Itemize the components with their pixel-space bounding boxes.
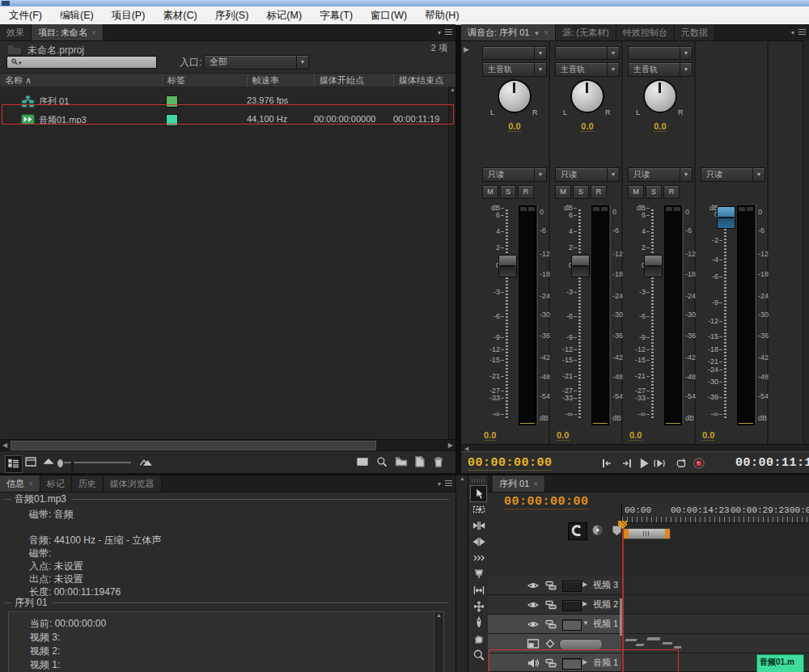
column-header[interactable]: 媒体开始点 [314,74,364,87]
expand-arrow-icon[interactable]: ▼ [582,619,589,627]
sync-lock-icon[interactable] [544,598,557,611]
pan-value[interactable]: 0.0 [626,121,694,131]
selection-tool[interactable] [470,485,487,502]
fader-handle[interactable] [717,206,735,229]
mixer-tab[interactable]: 元数据 [675,24,715,40]
new-bin-icon[interactable] [395,455,408,468]
new-item-icon[interactable] [413,455,426,468]
level-value[interactable]: 0.0 [484,430,496,440]
mixer-tab[interactable]: 特效控制台 [616,24,675,40]
menu-item[interactable]: 字幕(T) [311,6,362,24]
menu-item[interactable]: 序列(S) [206,6,258,24]
pen-tool[interactable] [471,615,486,630]
automation-dropdown[interactable]: ▼ [555,46,620,60]
work-area-bar[interactable] [623,528,671,539]
track-output-toggle[interactable] [562,658,582,670]
info-scrollbar[interactable]: ▲ [455,475,468,672]
info-tab[interactable]: 历史 [72,475,104,492]
record-arm-button[interactable]: R [663,185,680,199]
project-tab[interactable]: 项目: 未命名× [32,24,104,40]
find-icon[interactable] [375,455,388,468]
track-header[interactable]: ▶音频 1 [488,653,621,672]
output-dropdown[interactable]: 主音轨▼ [555,62,620,77]
play-in-out-icon[interactable] [653,457,666,470]
mute-button[interactable]: M [555,185,571,199]
thumbnail-size-icon[interactable] [139,455,152,468]
hand-tool[interactable] [471,631,486,646]
vertical-scrollbar[interactable]: ▲ [448,87,455,439]
table-row[interactable]: 序列 0123.976 fps [0,92,455,111]
display-style-icon[interactable] [527,637,540,650]
column-header[interactable]: 媒体结束点 [393,74,443,87]
mixer-tab[interactable]: 调音台: 序列 01▼× [461,24,556,40]
column-header[interactable]: 名称 ∧ [0,74,32,87]
sync-lock-icon[interactable] [544,618,557,631]
goto-out-icon[interactable] [621,457,633,470]
loop-icon[interactable] [675,457,688,470]
column-header[interactable]: 帧速率 [247,74,279,87]
track-output-toggle[interactable] [562,600,582,611]
fader-handle[interactable] [644,255,663,277]
track-header[interactable]: ▶视频 3 [488,576,621,595]
track-header[interactable]: ▶视频 2 [488,595,621,615]
pan-value[interactable]: 0.0 [553,121,621,131]
horizontal-scrollbar[interactable]: ◀ ▶ [0,439,455,450]
scrollbar[interactable]: ▲ [434,612,443,672]
track-content[interactable] [621,576,809,595]
close-icon[interactable]: × [533,480,538,488]
expand-arrow-icon[interactable]: ▶ [582,658,587,666]
expand-arrow-icon[interactable]: ▶ [464,45,469,53]
automation-mode-dropdown[interactable]: 只读▼ [628,167,693,182]
slide-tool[interactable] [471,598,486,614]
menu-item[interactable]: 帮助(H) [416,6,468,24]
razor-tool[interactable] [471,566,486,581]
goto-in-icon[interactable] [600,457,613,470]
audio-clip[interactable]: 音频01.m [756,654,804,672]
expand-arrow-icon[interactable]: ▶ [582,581,587,588]
pan-value[interactable]: 0.0 [481,121,549,131]
delete-icon[interactable] [432,455,445,468]
close-icon[interactable]: × [28,480,33,488]
play-icon[interactable] [637,457,650,470]
automation-dropdown[interactable]: ▼ [482,46,547,60]
panel-grip[interactable] [472,479,485,483]
level-value[interactable]: 0.0 [629,430,642,440]
timeline-tab[interactable]: 序列 01× [493,475,545,492]
menu-item[interactable]: 文件(F) [0,6,51,24]
info-tab[interactable]: 媒体浏览器 [104,475,162,492]
close-icon[interactable]: × [91,28,96,37]
zoom-tool[interactable] [471,647,486,662]
automate-to-sequence-icon[interactable] [356,455,369,468]
list-view-icon[interactable] [5,455,23,473]
table-row[interactable]: 音频01.mp344,100 Hz00:00:00:0000000:00:11:… [0,111,455,129]
panel-menu-icon[interactable] [439,27,452,37]
output-dropdown[interactable]: 主音轨▼ [482,62,547,77]
menu-item[interactable]: 标记(M) [257,6,311,24]
solo-button[interactable]: S [646,185,662,199]
pan-knob[interactable] [498,79,532,113]
level-value[interactable]: 0.0 [557,430,569,440]
automation-mode-dropdown[interactable]: 只读▼ [701,167,765,182]
track-content[interactable]: 音频01.m [621,653,809,672]
ripple-edit-tool[interactable] [471,518,486,533]
label-swatch[interactable] [166,114,178,126]
mixer-scrollbar[interactable] [803,40,809,444]
chapter-marker-icon[interactable] [591,523,604,537]
menu-item[interactable]: 窗口(W) [362,6,416,24]
current-timecode[interactable]: 00:00:00:00 [468,456,553,471]
menu-item[interactable]: 编辑(E) [51,6,103,24]
pan-knob[interactable] [643,79,677,113]
filter-dropdown[interactable]: 全部 ▼ [204,55,309,70]
mixer-tab[interactable]: 源: (无素材) [556,24,616,40]
timeline-timecode[interactable]: 00:00:00:00 [504,495,589,509]
level-value[interactable]: 0.0 [702,430,714,440]
eye-icon[interactable] [527,598,540,611]
search-input[interactable]: 🔍︎▾ [6,56,157,69]
icon-view-icon[interactable] [24,455,37,468]
zoom-slider[interactable] [57,462,131,463]
keyframe-icon[interactable] [544,637,557,650]
sync-lock-icon[interactable] [544,657,557,670]
fader-handle[interactable] [571,255,590,277]
rate-stretch-tool[interactable] [471,550,486,565]
slip-tool[interactable] [471,582,486,598]
